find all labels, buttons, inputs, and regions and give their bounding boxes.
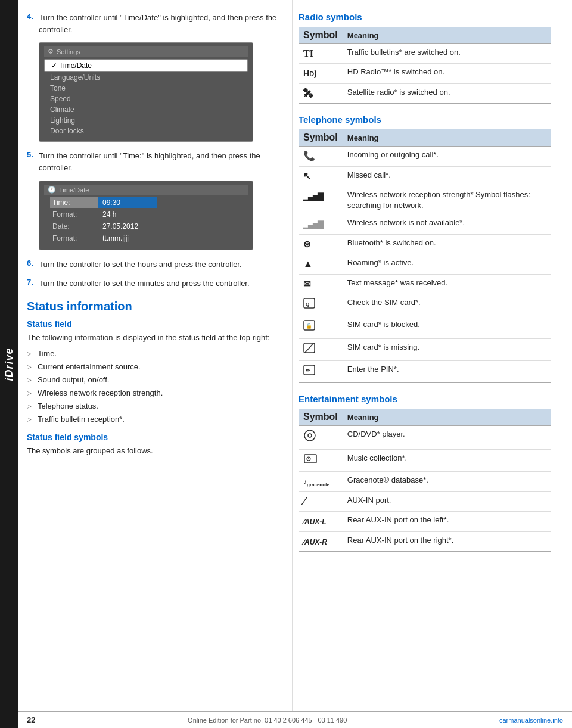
table-header-row: Symbol Meaning (299, 409, 551, 426)
symbol-cell: ✉ (299, 274, 343, 294)
meaning-header: Meaning (343, 409, 551, 426)
format2-label: Format: (50, 233, 98, 244)
pin-symbol: ✏ (303, 364, 321, 376)
meaning-cell: AUX-IN port. (343, 491, 551, 511)
table-row: 🔒 SIM card* is blocked. (299, 316, 551, 338)
table-row: ▁▃▅▇ Wireless network is not available*. (299, 214, 551, 234)
bluetooth-symbol: ⊛ (303, 239, 311, 249)
list-item: Time. (27, 347, 280, 360)
status-field-symbols-title: Status field symbols (27, 433, 280, 442)
table-row: ♪gracenote Gracenote® database*. (299, 472, 551, 492)
symbol-cell: 🔒 (299, 316, 343, 338)
menu-item-timedate: ✓ Time/Date (44, 59, 248, 72)
table-row: ▁▃▅▇ Wireless network reception strength… (299, 186, 551, 214)
symbol-cell: ⊛ (299, 234, 343, 254)
radio-symbols-table: Symbol Meaning TI Traffic bulletins* are… (299, 27, 551, 104)
menu-item-speed: Speed (44, 94, 248, 104)
meaning-cell: Incoming or outgoing call*. (343, 147, 551, 166)
symbol-header: Symbol (299, 27, 343, 44)
meaning-cell: Music collection*. (343, 449, 551, 471)
meaning-cell: Bluetooth* is switched on. (343, 234, 551, 254)
step-6-text: Turn the controller to set the hours and… (39, 259, 242, 270)
step-5: 5. Turn the controller until "Time:" is … (27, 150, 280, 173)
left-column: 4. Turn the controller until "Time/Date"… (18, 0, 292, 728)
step-5-text: Turn the controller until "Time:" is hig… (39, 150, 280, 173)
meaning-header: Meaning (343, 27, 551, 44)
table-row: Q Check the SIM card*. (299, 294, 551, 316)
roaming-symbol: ▲ (303, 259, 313, 269)
step-6-number: 6. (27, 259, 39, 270)
status-field-symbols-desc: The symbols are grouped as follows. (27, 445, 280, 457)
idrive-tab: iDrive (0, 0, 18, 728)
symbol-cell: ∕AUX-R (299, 531, 343, 551)
symbol-cell: ∕ (299, 491, 343, 511)
gracenote-symbol: ♪gracenote (303, 478, 329, 486)
menu-item-doorlocks: Door locks (44, 126, 248, 136)
cd-dvd-symbol (303, 429, 316, 442)
status-field-title: Status field (27, 319, 280, 329)
meaning-cell: HD Radio™* is switched on. (343, 64, 551, 83)
meaning-cell: Roaming* is active. (343, 254, 551, 274)
right-column: Radio symbols Symbol Meaning TI Traffic … (292, 0, 560, 728)
format2-value: tt.mm.jjjj (98, 233, 157, 244)
blocked-sim-symbol: 🔒 (303, 319, 321, 331)
timedate-row-date: Date: 27.05.2012 (50, 221, 242, 232)
entertainment-symbols-table: Symbol Meaning CD/DVD* player. (299, 409, 551, 552)
meaning-cell: CD/DVD* player. (343, 426, 551, 449)
step-4-text: Turn the controller until "Time/Date" is… (39, 12, 280, 35)
symbol-cell: TI (299, 44, 343, 64)
svg-point-9 (308, 434, 312, 437)
svg-text:✏: ✏ (306, 368, 310, 374)
meaning-cell: Traffic bulletins* are switched on. (343, 44, 551, 64)
step-4-number: 4. (27, 12, 39, 35)
phone-symbol: 📞 (303, 151, 315, 161)
format1-value: 24 h (98, 209, 157, 220)
timedate-screenshot: 🕐 Time/Date Time: 09:30 Format: 24 h Dat… (39, 181, 253, 250)
date-value: 27.05.2012 (98, 221, 157, 232)
table-row: SIM card* is missing. (299, 338, 551, 360)
symbol-cell: 📞 (299, 147, 343, 166)
clock-icon: 🕐 (48, 186, 56, 194)
table-row: ∕AUX-L Rear AUX-IN port on the left*. (299, 512, 551, 531)
symbol-cell: ▲ (299, 254, 343, 274)
footer-text: Online Edition for Part no. 01 40 2 606 … (188, 717, 347, 724)
timedate-title-bar: 🕐 Time/Date (44, 185, 248, 195)
missed-call-symbol: ↗ (303, 170, 311, 183)
meaning-cell: Rear AUX-IN port on the right*. (343, 531, 551, 551)
meaning-cell: Text message* was received. (343, 274, 551, 294)
status-field-list: Time. Current entertainment source. Soun… (27, 347, 280, 427)
status-info-title: Status information (27, 300, 280, 313)
telephone-symbols-title: Telephone symbols (299, 114, 551, 125)
aux-l-symbol: ∕AUX-L (303, 518, 327, 526)
svg-point-8 (304, 430, 315, 441)
timedate-row-time: Time: 09:30 (50, 197, 242, 208)
menu-item-language: Language/Units (44, 72, 248, 83)
list-item: Telephone status. (27, 400, 280, 413)
format1-label: Format: (50, 209, 98, 220)
satellite-symbol: 🛰 (303, 88, 313, 98)
signal-strength-symbol: ▁▃▅▇ (303, 192, 322, 201)
symbol-cell: HD) (299, 64, 343, 83)
radio-symbols-title: Radio symbols (299, 12, 551, 22)
meaning-cell: Check the SIM card*. (343, 294, 551, 316)
step-4: 4. Turn the controller until "Time/Date"… (27, 12, 280, 35)
symbol-cell: Q (299, 294, 343, 316)
table-row: ∕AUX-R Rear AUX-IN port on the right*. (299, 531, 551, 551)
page-number: 22 (27, 715, 35, 724)
step-5-number: 5. (27, 150, 39, 173)
svg-text:🔒: 🔒 (306, 322, 313, 329)
time-label: Time: (50, 197, 98, 208)
svg-line-5 (305, 343, 313, 353)
hd-symbol: HD) (303, 69, 317, 78)
timedate-title-text: Time/Date (59, 186, 89, 194)
meaning-header: Meaning (343, 129, 551, 147)
table-row: Music collection*. (299, 449, 551, 471)
list-item: Current entertainment source. (27, 360, 280, 374)
settings-title: Settings (57, 48, 80, 55)
symbol-header: Symbol (299, 409, 343, 426)
meaning-cell: Wireless network is not available*. (343, 214, 551, 234)
meaning-cell: Gracenote® database*. (343, 472, 551, 492)
table-row: 🛰 Satellite radio* is switched on. (299, 83, 551, 103)
table-row: 📞 Incoming or outgoing call*. (299, 147, 551, 166)
meaning-cell: SIM card* is blocked. (343, 316, 551, 338)
